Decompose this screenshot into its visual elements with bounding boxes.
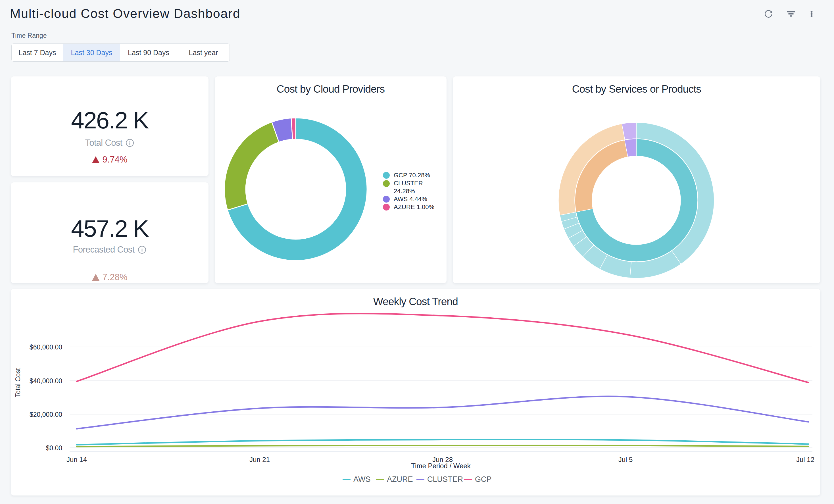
svg-text:AWS: AWS (353, 475, 371, 484)
svg-text:Jun 21: Jun 21 (249, 456, 270, 463)
svg-text:GCP: GCP (475, 475, 492, 484)
svg-text:CLUSTER: CLUSTER (427, 475, 463, 484)
svg-text:Jul 12: Jul 12 (796, 456, 814, 463)
svg-text:Time Period / Week: Time Period / Week (411, 462, 471, 469)
svg-text:Jun 14: Jun 14 (66, 456, 87, 463)
svg-text:Total Cost: Total Cost (14, 368, 22, 397)
svg-text:$60,000.00: $60,000.00 (29, 344, 62, 351)
svg-text:$20,000.00: $20,000.00 (29, 411, 62, 418)
svg-text:$40,000.00: $40,000.00 (29, 377, 62, 385)
svg-text:AZURE: AZURE (387, 475, 413, 484)
svg-text:Jul 5: Jul 5 (618, 456, 633, 463)
svg-text:$0.00: $0.00 (46, 444, 62, 452)
